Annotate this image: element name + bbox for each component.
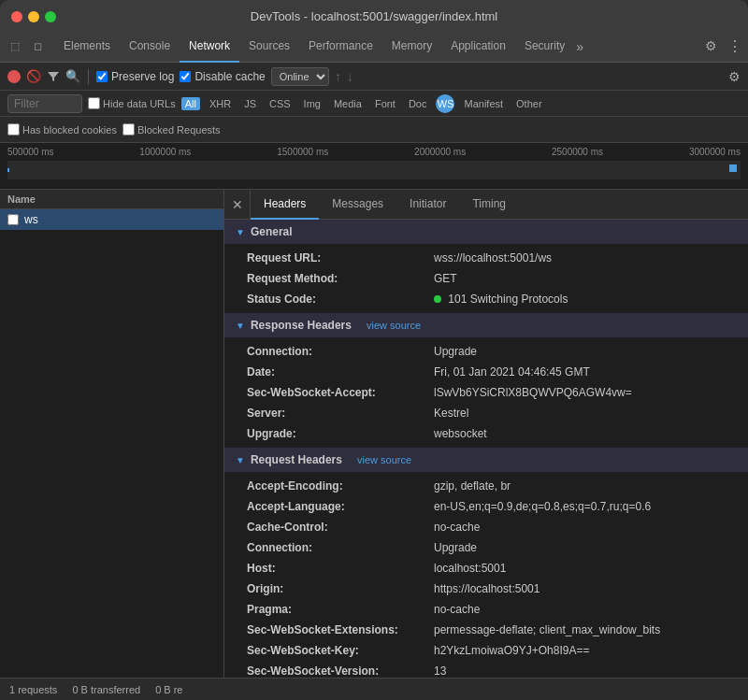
network-settings-icon[interactable]: ⚙: [728, 69, 741, 84]
throttle-select[interactable]: Online: [271, 67, 329, 86]
transferred-size: 0 B transferred: [72, 684, 140, 695]
status-bar: 1 requests 0 B transferred 0 B re: [0, 678, 748, 700]
traffic-lights: [11, 11, 56, 22]
tab-more-button[interactable]: »: [576, 39, 583, 54]
request-item-checkbox[interactable]: [7, 214, 19, 225]
timeline-label-5: 2500000 ms: [552, 147, 603, 157]
name-column-header: Name: [7, 193, 36, 205]
timeline: 500000 ms 1000000 ms 1500000 ms 2000000 …: [0, 143, 748, 190]
header-row: Host: localhost:5001: [224, 558, 748, 579]
general-section-header[interactable]: ▼ General: [224, 220, 748, 244]
timeline-label-2: 1000000 ms: [139, 147, 191, 157]
tab-bar-right: ⚙ ⋮: [705, 37, 742, 55]
sec-websocket-accept-value: lSwVb6YSiCRlX8BQWVPQ6AGW4vw=: [434, 384, 632, 401]
tab-bar: ⬚ ◻ Elements Console Network Sources Per…: [0, 31, 748, 63]
filter-input[interactable]: [7, 94, 82, 113]
settings-icon[interactable]: ⚙: [705, 38, 722, 55]
has-blocked-cookies-checkbox[interactable]: Has blocked cookies: [7, 123, 117, 136]
filter-tag-font[interactable]: Font: [371, 97, 399, 110]
search-icon[interactable]: 🔍: [65, 69, 80, 83]
tab-elements[interactable]: Elements: [54, 31, 120, 63]
request-url-key: Request URL:: [247, 250, 434, 266]
tab-network[interactable]: Network: [180, 31, 239, 63]
filter-tag-other[interactable]: Other: [512, 97, 546, 110]
tab-sources[interactable]: Sources: [239, 31, 299, 63]
request-headers-content: Accept-Encoding: gzip, deflate, br Accep…: [224, 472, 748, 700]
more-options-icon[interactable]: ⋮: [727, 37, 742, 55]
hide-data-urls-input[interactable]: [88, 97, 100, 109]
date-key: Date:: [247, 364, 434, 380]
tab-application[interactable]: Application: [441, 31, 515, 63]
sec-ws-extensions-key: Sec-WebSocket-Extensions:: [247, 621, 434, 638]
request-item-ws[interactable]: ws: [0, 209, 223, 230]
req-connection-key: Connection:: [247, 539, 434, 556]
resources-size: 0 B re: [155, 684, 182, 695]
import-icon[interactable]: ↑: [335, 69, 341, 84]
tab-memory[interactable]: Memory: [382, 31, 441, 63]
filter-tag-js[interactable]: JS: [240, 97, 260, 110]
date-value: Fri, 01 Jan 2021 04:46:45 GMT: [434, 364, 590, 380]
hide-data-urls-checkbox[interactable]: Hide data URLs: [88, 97, 176, 109]
close-button[interactable]: [11, 11, 22, 22]
filter-tag-doc[interactable]: Doc: [405, 97, 431, 110]
detail-tab-messages[interactable]: Messages: [319, 190, 396, 220]
accept-encoding-value: gzip, deflate, br: [434, 478, 511, 494]
clear-icon[interactable]: 🚫: [26, 69, 41, 83]
header-row: Connection: Upgrade: [224, 341, 748, 362]
origin-value: https://localhost:5001: [434, 580, 539, 597]
detail-tab-headers[interactable]: Headers: [251, 190, 319, 220]
toolbar-separator-1: [88, 69, 89, 84]
sec-websocket-accept-key: Sec-WebSocket-Accept:: [247, 384, 434, 401]
disable-cache-label: Disable cache: [194, 70, 265, 83]
preserve-log-input[interactable]: [96, 71, 108, 82]
blocked-requests-checkbox[interactable]: Blocked Requests: [122, 123, 221, 136]
minimize-button[interactable]: [28, 11, 39, 22]
maximize-button[interactable]: [45, 11, 56, 22]
filter-tag-all[interactable]: All: [181, 97, 200, 110]
preserve-log-label: Preserve log: [111, 70, 174, 83]
network-toolbar: 🚫 🔍 Preserve log Disable cache Online ↑ …: [0, 63, 748, 91]
disable-cache-checkbox[interactable]: Disable cache: [180, 70, 265, 83]
tab-console[interactable]: Console: [120, 31, 180, 63]
timeline-label-6: 3000000 ms: [689, 147, 741, 157]
response-headers-section-header[interactable]: ▼ Response Headers view source: [224, 313, 748, 337]
status-code-value: 101 Switching Protocols: [434, 291, 568, 307]
filter-icon[interactable]: [47, 70, 60, 83]
filter-tag-ws[interactable]: WS: [436, 94, 454, 113]
filter-tag-img[interactable]: Img: [300, 97, 324, 110]
filter-tag-css[interactable]: CSS: [266, 97, 295, 110]
connection-value: Upgrade: [434, 343, 477, 360]
detail-tabs: Headers Messages Initiator Timing: [251, 190, 519, 220]
pragma-key: Pragma:: [247, 601, 434, 618]
accept-language-key: Accept-Language:: [247, 498, 434, 515]
upgrade-resp-key: Upgrade:: [247, 425, 434, 442]
tab-security[interactable]: Security: [515, 31, 574, 63]
request-list-header: Name: [0, 190, 223, 209]
devtools-inspect-icon[interactable]: ◻: [28, 37, 47, 56]
detail-tab-timing[interactable]: Timing: [459, 190, 519, 220]
tab-performance[interactable]: Performance: [299, 31, 382, 63]
filter-tag-xhr[interactable]: XHR: [206, 97, 235, 110]
preserve-log-checkbox[interactable]: Preserve log: [96, 70, 174, 83]
request-list: Name ws: [0, 190, 224, 700]
header-row: Sec-WebSocket-Key: h2YkzLmoiwaO9YJ+Oh8I9…: [224, 640, 748, 661]
request-headers-view-source[interactable]: view source: [357, 454, 411, 465]
has-blocked-cookies-input[interactable]: [7, 123, 20, 136]
blocked-requests-input[interactable]: [122, 123, 135, 136]
request-method-value: GET: [434, 270, 457, 287]
export-icon[interactable]: ↓: [347, 69, 353, 84]
header-row: Accept-Encoding: gzip, deflate, br: [224, 476, 748, 496]
request-headers-section-header[interactable]: ▼ Request Headers view source: [224, 448, 748, 472]
header-row: Sec-WebSocket-Extensions: permessage-def…: [224, 620, 748, 640]
header-row: Connection: Upgrade: [224, 537, 748, 558]
record-button[interactable]: [7, 70, 21, 83]
disable-cache-input[interactable]: [180, 71, 191, 82]
response-headers-content: Connection: Upgrade Date: Fri, 01 Jan 20…: [224, 337, 748, 448]
detail-close-button[interactable]: ✕: [224, 190, 251, 220]
response-headers-view-source[interactable]: view source: [367, 320, 421, 331]
detail-tab-initiator[interactable]: Initiator: [396, 190, 459, 220]
header-row: Request Method: GET: [224, 268, 748, 289]
filter-tag-media[interactable]: Media: [330, 97, 366, 110]
devtools-cursor-icon[interactable]: ⬚: [6, 37, 24, 56]
filter-tag-manifest[interactable]: Manifest: [460, 97, 507, 110]
